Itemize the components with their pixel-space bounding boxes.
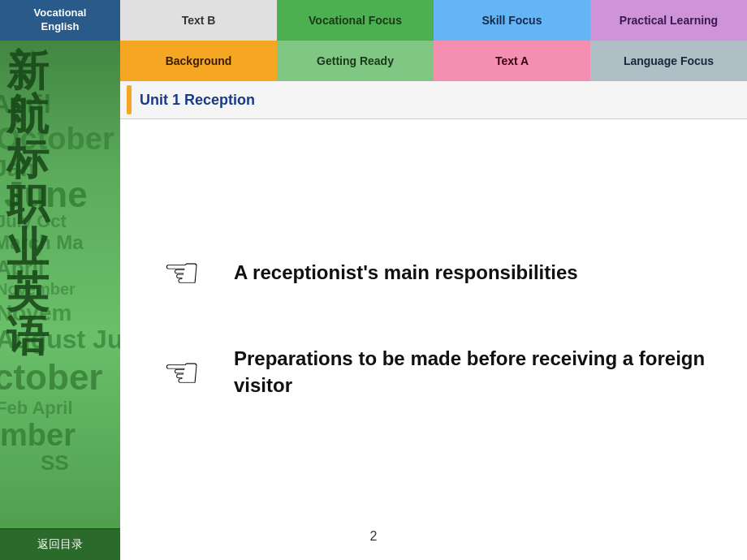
unit-title: Unit 1 Reception <box>140 92 255 109</box>
tab-background[interactable]: Background <box>120 41 277 81</box>
tab-getting-ready[interactable]: Getting Ready <box>277 41 434 81</box>
tab-text-b[interactable]: Text B <box>120 0 277 41</box>
tab-vocational-focus[interactable]: Vocational Focus <box>277 0 434 41</box>
nav-row2: Background Getting Ready Text A Language… <box>120 41 747 81</box>
pointing-hand-icon-1: ☞ <box>153 248 209 297</box>
page-number: 2 <box>370 529 378 544</box>
chinese-char-7: 语 <box>6 314 49 359</box>
chinese-char-5: 业 <box>6 226 49 270</box>
main-content: ☞ A receptionist's main responsibilities… <box>120 119 747 528</box>
sidebar-header-line2: English <box>41 20 80 32</box>
content-item-1: ☞ A receptionist's main responsibilities <box>153 248 715 297</box>
pointing-hand-icon-2: ☞ <box>153 348 209 397</box>
content-text-1: A receptionist's main responsibilities <box>234 260 578 286</box>
chinese-char-2: 航 <box>6 93 49 137</box>
chinese-char-1: 新 <box>6 49 49 93</box>
chinese-char-4: 职 <box>6 182 49 226</box>
top-navigation: Text B Vocational Focus Skill Focus Prac… <box>120 0 747 81</box>
sidebar: Vocational English April October Jan Jun… <box>0 0 120 560</box>
tab-practical-learning[interactable]: Practical Learning <box>590 0 747 41</box>
back-to-menu-button[interactable]: 返回目录 <box>0 528 120 560</box>
tab-language-focus[interactable]: Language Focus <box>590 41 747 81</box>
nav-row1: Text B Vocational Focus Skill Focus Prac… <box>120 0 747 41</box>
unit-bar: Unit 1 Reception <box>120 81 747 119</box>
sidebar-header: Vocational English <box>0 0 120 41</box>
sidebar-content: April October Jan June July Oct March Ma… <box>0 41 120 528</box>
content-item-2: ☞ Preparations to be made before receivi… <box>153 346 715 398</box>
chinese-char-3: 标 <box>6 137 49 182</box>
tab-skill-focus[interactable]: Skill Focus <box>434 0 590 41</box>
tab-text-a[interactable]: Text A <box>434 41 590 81</box>
content-text-2: Preparations to be made before receiving… <box>234 346 715 398</box>
chinese-title: 新 航 标 职 业 英 语 <box>0 41 120 367</box>
unit-indicator <box>127 85 132 114</box>
chinese-char-6: 英 <box>6 270 49 315</box>
sidebar-header-line1: Vocational <box>34 6 87 19</box>
